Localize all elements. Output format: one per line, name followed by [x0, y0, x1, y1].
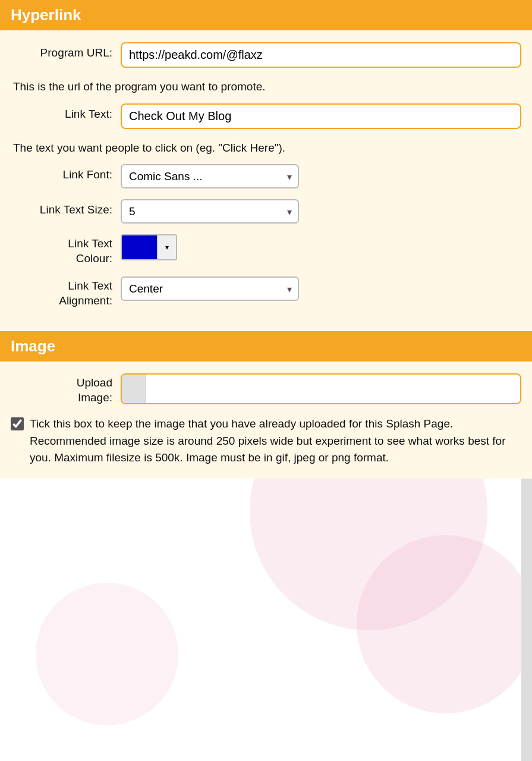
link-font-select[interactable]: Comic Sans ... Arial Times New Roman Ver…: [121, 164, 299, 188]
upload-image-row: UploadImage:: [11, 373, 521, 405]
link-text-alignment-control: Left Center Right: [121, 276, 521, 301]
file-browse-button[interactable]: [122, 375, 146, 403]
link-font-select-wrapper: Comic Sans ... Arial Times New Roman Ver…: [121, 164, 299, 188]
svg-point-1: [357, 535, 532, 713]
link-text-row: Link Text:: [11, 103, 521, 129]
upload-image-control: [121, 373, 521, 404]
hyperlink-section-header: Hyperlink: [0, 0, 532, 30]
program-url-input[interactable]: [121, 42, 521, 68]
link-text-size-select-wrapper: 1 2 3 4 5 6 7: [121, 199, 299, 224]
program-url-label: Program URL:: [11, 42, 121, 61]
color-picker-container[interactable]: ▾: [121, 234, 177, 260]
link-text-alignment-label: Link TextAlignment:: [11, 276, 121, 308]
link-text-colour-row: Link TextColour: ▾: [11, 234, 521, 266]
image-section: Image UploadImage:: [0, 331, 532, 479]
image-section-body: UploadImage: Tick this box to keep the i…: [0, 361, 532, 479]
page-wrapper: Hyperlink Program URL: This is the url o…: [0, 0, 532, 761]
keep-image-row: Tick this box to keep the image that you…: [11, 416, 521, 467]
link-text-size-select[interactable]: 1 2 3 4 5 6 7: [121, 199, 299, 224]
link-text-size-row: Link Text Size: 1 2 3 4 5 6 7: [11, 199, 521, 224]
program-url-description: This is the url of the program you want …: [11, 78, 521, 95]
hyperlink-section-body: Program URL: This is the url of the prog…: [0, 30, 532, 331]
hyperlink-section: Hyperlink Program URL: This is the url o…: [0, 0, 532, 331]
link-text-alignment-row: Link TextAlignment: Left Center Right: [11, 276, 521, 308]
link-text-size-control: 1 2 3 4 5 6 7: [121, 199, 521, 224]
upload-input-wrapper: [121, 373, 521, 404]
link-font-control: Comic Sans ... Arial Times New Roman Ver…: [121, 164, 521, 188]
program-url-row: Program URL:: [11, 42, 521, 68]
image-title: Image: [11, 337, 521, 356]
link-text-alignment-select[interactable]: Left Center Right: [121, 276, 299, 301]
link-text-alignment-select-wrapper: Left Center Right: [121, 276, 299, 301]
link-text-input[interactable]: [121, 103, 521, 129]
link-text-size-label: Link Text Size:: [11, 199, 121, 218]
link-text-control: [121, 103, 521, 129]
keep-image-checkbox[interactable]: [11, 417, 24, 430]
keep-image-label: Tick this box to keep the image that you…: [30, 416, 521, 467]
color-swatch: [122, 234, 157, 260]
program-url-control: [121, 42, 521, 68]
link-font-label: Link Font:: [11, 164, 121, 183]
link-text-description: The text you want people to click on (eg…: [11, 140, 521, 156]
link-text-label: Link Text:: [11, 103, 121, 122]
image-section-header: Image: [0, 331, 532, 361]
hyperlink-title: Hyperlink: [11, 6, 521, 24]
main-content: Hyperlink Program URL: This is the url o…: [0, 0, 532, 479]
upload-image-label: UploadImage:: [11, 373, 121, 405]
link-text-colour-label: Link TextColour:: [11, 234, 121, 266]
link-text-colour-control: ▾: [121, 234, 521, 260]
color-dropdown-button[interactable]: ▾: [157, 234, 176, 260]
link-font-row: Link Font: Comic Sans ... Arial Times Ne…: [11, 164, 521, 188]
svg-point-2: [36, 583, 178, 725]
